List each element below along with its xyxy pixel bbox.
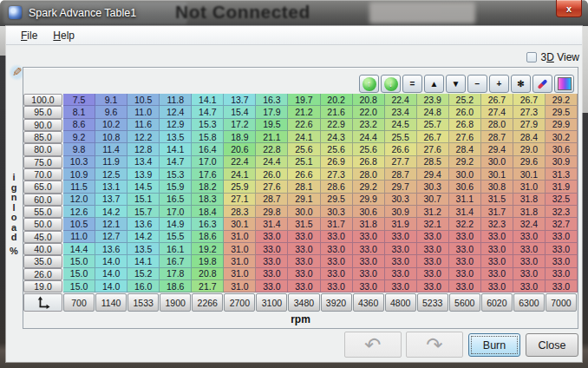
table-cell[interactable]: 20.8 [192,268,224,280]
table-cell[interactable]: 20.2 [321,94,353,106]
table-cell[interactable]: 28.7 [256,194,288,206]
table-cell[interactable]: 18.6 [160,280,192,292]
table-cell[interactable]: 22.9 [321,119,353,131]
table-cell[interactable]: 14.1 [160,143,192,155]
table-cell[interactable]: 31.0 [224,255,256,267]
table-cell[interactable]: 32.2 [449,218,481,230]
table-cell[interactable]: 28.0 [353,168,385,181]
table-cell[interactable]: 31.0 [224,280,256,292]
row-header-button[interactable]: 75.0 [23,156,62,168]
table-cell[interactable]: 11.4 [95,143,127,155]
table-cell[interactable]: 18.3 [192,194,224,206]
table-cell[interactable]: 20.8 [353,94,385,106]
table-cell[interactable]: 16.1 [160,243,192,255]
table-cell[interactable]: 17.6 [192,168,224,181]
table-cell[interactable]: 13.5 [160,131,192,143]
table-cell[interactable]: 33.0 [481,280,513,292]
table-cell[interactable]: 33.0 [449,243,481,255]
table-cell[interactable]: 26.8 [353,156,385,168]
table-cell[interactable]: 33.0 [417,231,449,243]
table-cell[interactable]: 29.9 [546,119,578,131]
table-cell[interactable]: 19.8 [192,255,224,267]
table-cell[interactable]: 25.1 [288,156,320,168]
table-cell[interactable]: 24.4 [256,156,288,168]
table-cell[interactable]: 12.6 [63,206,95,218]
table-cell[interactable]: 14.7 [192,106,224,118]
table-cell[interactable]: 24.1 [288,131,320,143]
table-cell[interactable]: 13.9 [127,168,160,181]
col-header-button[interactable]: 3480 [288,293,319,312]
table-cell[interactable]: 31.0 [513,181,546,193]
table-cell[interactable]: 11.6 [127,119,160,131]
table-cell[interactable]: 13.6 [95,243,127,255]
table-cell[interactable]: 33.0 [353,231,385,243]
table-cell[interactable]: 12.9 [160,119,192,131]
table-cell[interactable]: 31.5 [481,194,513,206]
table-cell[interactable]: 22.4 [385,94,417,106]
table-cell[interactable]: 26.6 [385,143,417,155]
row-header-button[interactable]: 90.0 [23,119,62,131]
table-cell[interactable]: 33.0 [353,268,385,280]
table-cell[interactable]: 14.0 [95,255,127,267]
row-header-button[interactable]: 60.0 [23,194,62,206]
table-cell[interactable]: 33.0 [288,243,320,255]
table-cell[interactable]: 30.6 [546,143,578,155]
table-cell[interactable]: 27.1 [224,194,256,206]
table-cell[interactable]: 16.7 [160,255,192,267]
table-cell[interactable]: 33.0 [481,243,513,255]
table-cell[interactable]: 14.2 [95,206,127,218]
table-cell[interactable]: 33.0 [417,255,449,267]
table-cell[interactable]: 30.1 [481,168,513,181]
burn-button[interactable]: Burn [468,333,520,357]
table-cell[interactable]: 33.0 [256,243,288,255]
table-cell[interactable]: 12.1 [95,218,127,230]
table-cell[interactable]: 14.5 [127,181,160,193]
table-cell[interactable]: 30.9 [546,156,578,168]
table-cell[interactable]: 20.6 [224,143,256,155]
col-header-button[interactable]: 1533 [127,293,159,312]
table-cell[interactable]: 15.3 [192,119,224,131]
table-cell[interactable]: 17.0 [160,206,192,218]
table-cell[interactable]: 33.0 [546,268,578,280]
table-cell[interactable]: 16.0 [127,280,160,292]
table-cell[interactable]: 16.5 [160,194,192,206]
table-cell[interactable]: 21.6 [321,106,353,118]
table-cell[interactable]: 30.3 [417,181,449,193]
table-cell[interactable]: 33.0 [385,243,417,255]
table-cell[interactable]: 31.7 [321,218,353,230]
table-cell[interactable]: 21.1 [256,131,288,143]
table-cell[interactable]: 33.0 [513,268,546,280]
row-header-button[interactable]: 50.0 [23,218,62,230]
table-cell[interactable]: 15.7 [127,206,160,218]
table-cell[interactable]: 14.1 [127,255,160,267]
table-cell[interactable]: 29.8 [256,206,288,218]
table-cell[interactable]: 14.0 [95,268,127,280]
table-cell[interactable]: 26.0 [449,106,481,118]
minus-button[interactable]: − [467,75,487,93]
table-cell[interactable]: 15.5 [160,231,192,243]
table-cell[interactable]: 10.9 [63,168,95,181]
table-cell[interactable]: 25.6 [321,143,353,155]
table-cell[interactable]: 32.4 [513,218,546,230]
table-cell[interactable]: 24.4 [353,131,385,143]
table-cell[interactable]: 22.6 [288,119,320,131]
table-cell[interactable]: 30.3 [321,206,353,218]
table-cell[interactable]: 33.0 [513,280,546,292]
table-cell[interactable]: 13.5 [127,243,160,255]
export-up-button[interactable]: ↑ [359,75,379,93]
table-cell[interactable]: 26.8 [449,119,481,131]
table-cell[interactable]: 15.8 [192,131,224,143]
row-header-button[interactable]: 19.0 [23,280,62,292]
table-cell[interactable]: 18.6 [192,231,224,243]
table-cell[interactable]: 12.0 [63,194,95,206]
col-header-button[interactable]: 7000 [546,293,577,312]
table-cell[interactable]: 12.7 [95,231,127,243]
table-cell[interactable]: 14.9 [160,218,192,230]
table-cell[interactable]: 15.1 [127,194,160,206]
col-header-button[interactable]: 5233 [417,293,448,312]
table-cell[interactable]: 33.0 [417,243,449,255]
table-cell[interactable]: 28.1 [288,181,320,193]
redo-button[interactable]: ↷ [406,332,463,358]
multiply-button[interactable]: ✻ [511,75,531,93]
table-cell[interactable]: 18.4 [192,206,224,218]
